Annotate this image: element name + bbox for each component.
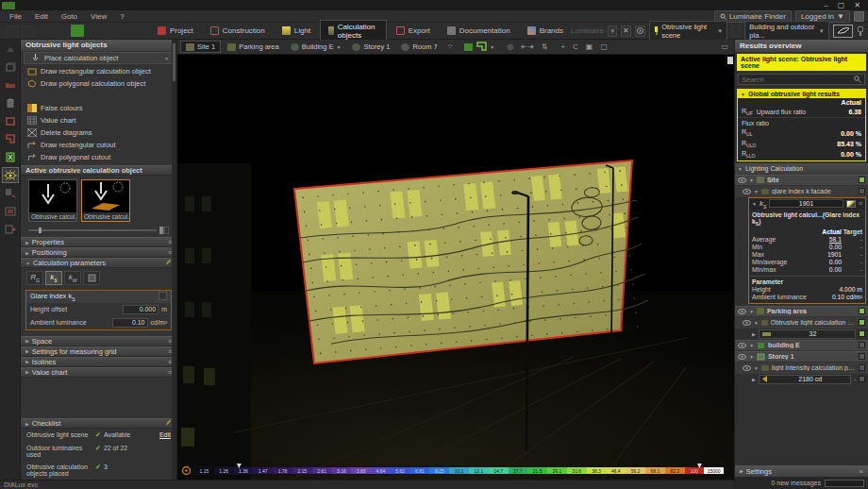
light-scene-select[interactable]: Obtrusive light scene▼ [649,21,728,42]
tool-draw-rect-calc-object[interactable]: Draw rectangular calculation object [21,65,176,77]
section-measuring-grid[interactable]: ▶Settings for measuring grid≡ [21,346,176,357]
tree-parking-area[interactable]: ▼ Parking area [735,306,868,317]
undo-icon[interactable] [6,25,19,37]
minimize-button[interactable]: – [824,1,827,9]
tool-false-colours[interactable]: False colours [21,102,176,114]
section-properties[interactable]: ▶Properties≡ [21,237,176,247]
tool-value-chart[interactable]: Value chart [21,114,176,126]
viewport-3d-scene[interactable] [177,55,734,480]
tab-light[interactable]: Light [275,20,318,42]
activity-profile-select[interactable]: Building and outdoor pla...▼ [744,21,828,42]
move-icon[interactable]: + [558,42,568,51]
tab-project[interactable]: Project [150,20,201,42]
rail-calculation-surface-icon[interactable] [2,149,19,165]
grid-snap-icon[interactable]: ⁘ [444,42,457,51]
redo-icon[interactable] [22,25,35,37]
menu-icon[interactable]: ≡ [859,200,862,207]
breadcrumb-building[interactable]: Building E▼ [286,42,346,52]
eye-icon[interactable] [743,365,751,371]
group-options-button[interactable] [159,292,167,300]
view-plan-button[interactable] [476,42,488,52]
ks-value-row[interactable]: ▼ kS 1901 ≡ [749,198,865,211]
rail-furniture-icon[interactable] [2,77,19,93]
section-value-chart[interactable]: ▶Value chart≡ [21,367,176,378]
thumbnail-obtrusive-calc-2[interactable]: Obtrusive calcul... [81,179,130,222]
menu-goto[interactable]: Goto [56,11,83,22]
tree-storey[interactable]: ▼ Storey 1 [735,351,868,363]
fullscreen-icon[interactable]: ▭ [718,42,731,51]
viewport-scrollbar[interactable] [727,57,733,64]
rail-column-icon[interactable] [2,95,19,111]
tree-glare-facade[interactable]: ▼ glare index k facade [735,186,868,197]
menu-view[interactable]: View [85,11,112,22]
lamp-icon[interactable] [857,25,863,37]
focus-icon[interactable]: ◎ [504,42,516,51]
maximize-button[interactable]: ▢ [838,1,845,9]
tree-site[interactable]: ▼ Site [735,175,868,186]
settings-gear-button[interactable] [635,25,645,37]
section-calculation-parameters[interactable]: ▼Calculation parameters [21,258,176,268]
tree-obtrusive-surface[interactable]: ▼ Obtrusive light calculation surface 3 [735,317,868,329]
view-3d-button[interactable] [463,42,475,52]
menu-help[interactable]: ? [114,11,129,22]
tool-delete-diagrams[interactable]: Delete diagrams [21,126,176,139]
measure-icon[interactable]: ⇤⇥ [518,42,536,51]
section-checklist[interactable]: ▶Checklist [21,418,176,429]
breadcrumb-site[interactable]: Site 1 [180,41,221,53]
tab-documentation[interactable]: Documentation [440,20,518,42]
tab-export[interactable]: Export [389,20,438,42]
param-tab-rg[interactable]: RG [26,271,43,285]
scale-settings-gear-icon[interactable] [181,465,192,476]
eye-icon[interactable] [743,320,751,326]
obtrusive-calculation-surface[interactable] [294,160,651,363]
section-space[interactable]: ▶Space≡ [21,336,176,346]
close-button[interactable]: ✕ [854,1,860,9]
scene-edit-button[interactable] [731,25,741,37]
tree-light-point[interactable]: ▼ light intensity calculation point [735,363,868,374]
rail-export-icon[interactable] [2,221,19,237]
light-point-value-row[interactable]: ▶ 2180 cd - [735,374,868,385]
rotate-icon[interactable]: C [570,42,581,51]
rail-obtrusive-light-icon[interactable] [2,167,19,183]
surface-value-row[interactable]: ▶ 32 [735,329,868,340]
tab-calculation-objects[interactable]: Calculation objects [320,20,387,42]
thumbnail-obtrusive-calc-1[interactable]: Obtrusive calcul... [28,179,77,222]
menu-file[interactable]: File [4,11,27,22]
eye-icon[interactable] [738,309,746,314]
param-tab-ks[interactable]: kS [45,271,62,285]
height-offset-input[interactable]: 0.000 [123,305,159,314]
eye-icon[interactable] [738,177,746,183]
search-input[interactable] [742,76,854,84]
tab-brands[interactable]: Brands [520,20,571,42]
ks-result-card[interactable]: ▼ kS 1901 ≡ Obtrusive light calcul...(Gl… [748,197,866,304]
left-panel-scrollbar[interactable] [172,40,176,480]
tree-lighting-calculation[interactable]: ▼Lighting Calculation [735,163,868,175]
param-tab-surface[interactable] [83,271,100,285]
energy-eco-button[interactable] [833,25,854,38]
breadcrumb-parking-area[interactable]: Parking area [223,42,284,52]
rail-luminaires-icon[interactable] [2,42,19,58]
settings-bar[interactable]: ▶Settings≡ [735,465,868,477]
global-results-header[interactable]: ▼Global obtrusive light results [738,90,865,98]
tree-building[interactable]: ▼ building E [735,340,868,351]
param-tab-kw[interactable]: kW [64,271,81,285]
rail-picture-icon[interactable] [2,203,19,219]
tool-draw-poly-cutout[interactable]: Draw polygonal cutout [21,151,176,163]
rail-rooms-icon[interactable] [2,59,19,76]
viewport[interactable]: Site 1 Parking area Building E▼ Storey 1… [177,40,734,480]
tool-draw-poly-calc-object[interactable]: Draw polygonal calculation object [21,77,176,90]
results-search[interactable] [738,74,865,85]
render-camera-icon[interactable] [71,25,84,37]
tab-construction[interactable]: Construction [203,20,273,42]
select-rect-icon[interactable]: ▢ [597,42,610,51]
vertical-measure-icon[interactable]: ⇅ [539,42,551,51]
chevron-down-icon[interactable]: ▼ [490,44,494,50]
rail-floorplan-icon[interactable] [2,131,19,147]
eye-icon[interactable] [738,343,746,348]
section-isolines[interactable]: ▶Isolines≡ [21,357,176,367]
edit-link[interactable]: Edit [159,431,171,438]
breadcrumb-storey[interactable]: Storey 1 [347,42,394,52]
rail-construction-icon[interactable] [2,113,19,129]
luminaire-list-dropdown[interactable]: ▼ [608,25,617,37]
menu-edit[interactable]: Edit [29,11,54,22]
